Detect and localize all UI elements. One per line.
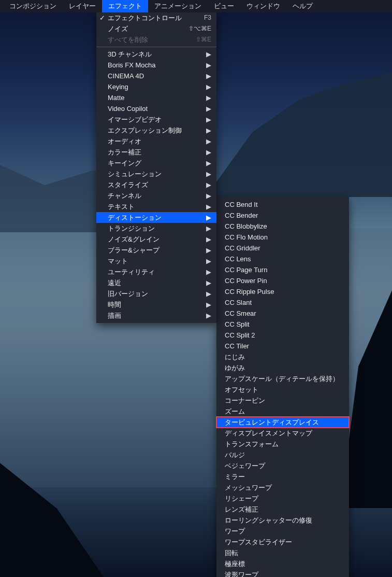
submenu-arrow-icon: ▶ <box>204 147 211 157</box>
distort-item-18[interactable]: コーナーピン <box>216 395 349 406</box>
menu-item-label: すべてを削除 <box>108 35 193 45</box>
menu-item-label: 時間 <box>108 300 204 309</box>
menu-item-label: シミュレーション <box>108 169 204 179</box>
distort-item-6[interactable]: CC Page Turn <box>216 264 349 275</box>
distort-item-22[interactable]: トランスフォーム <box>216 439 349 449</box>
menu-item-label: カラー補正 <box>108 147 204 157</box>
menu-item-label: オーディオ <box>108 136 204 146</box>
effect-cat-21[interactable]: 遠近▶ <box>96 277 216 288</box>
effect-cat-19[interactable]: マット▶ <box>96 256 216 266</box>
effect-cat-22[interactable]: 旧バージョン▶ <box>96 288 216 299</box>
submenu-arrow-icon: ▶ <box>204 256 211 266</box>
menu-item-label: ノイズ <box>108 24 185 34</box>
distort-item-19[interactable]: ズーム <box>216 406 349 417</box>
menu-0[interactable]: コンポジション <box>3 0 63 12</box>
menu-3[interactable]: アニメーション <box>148 0 208 12</box>
check-icon: ✓ <box>96 13 108 23</box>
distort-item-26[interactable]: メッシュワープ <box>216 482 349 493</box>
effect-cat-2[interactable]: CINEMA 4D▶ <box>96 71 216 81</box>
distort-item-8[interactable]: CC Ripple Pulse <box>216 286 349 297</box>
submenu-arrow-icon: ▶ <box>204 93 211 103</box>
effect-cat-7[interactable]: エクスプレッション制御▶ <box>96 125 216 136</box>
distort-item-30[interactable]: ワープ <box>216 526 349 537</box>
effect-cat-16[interactable]: トランジション▶ <box>96 223 216 234</box>
menu-item-label: トランジション <box>108 223 204 233</box>
distort-item-31[interactable]: ワープスタビライザー <box>216 537 349 547</box>
effect-cat-10[interactable]: キーイング▶ <box>96 158 216 168</box>
menu-item-shortcut: ⇧⌥⌘E <box>185 24 211 34</box>
distort-item-25[interactable]: ミラー <box>216 471 349 482</box>
distort-item-17[interactable]: オフセット <box>216 384 349 395</box>
menu-4[interactable]: ビュー <box>208 0 240 12</box>
menu-item-label: エフェクトコントロール <box>108 13 201 23</box>
submenu-arrow-icon: ▶ <box>204 169 211 179</box>
distort-item-21[interactable]: ディスプレイスメントマップ <box>216 428 349 439</box>
effect-cat-6[interactable]: イマーシブビデオ▶ <box>96 114 216 125</box>
distort-item-27[interactable]: リシェープ <box>216 493 349 504</box>
effect-cat-8[interactable]: オーディオ▶ <box>96 136 216 147</box>
distort-item-29[interactable]: ローリングシャッターの修復 <box>216 515 349 526</box>
effect-cat-14[interactable]: テキスト▶ <box>96 201 216 212</box>
menu-item-label: 遠近 <box>108 278 204 288</box>
menu-item-shortcut: F3 <box>201 13 211 23</box>
menu-2[interactable]: エフェクト <box>102 0 148 12</box>
menu-item-label: ディストーション <box>108 213 204 222</box>
effect-cat-1[interactable]: Boris FX Mocha▶ <box>96 60 216 71</box>
menu-item-label: Boris FX Mocha <box>108 60 204 70</box>
distort-item-15[interactable]: ゆがみ <box>216 362 349 373</box>
distort-item-2[interactable]: CC Blobbylize <box>216 221 349 232</box>
wallpaper-mountain-right <box>206 73 392 197</box>
effect-cat-3[interactable]: Keying▶ <box>96 81 216 92</box>
effect-cat-18[interactable]: ブラー&シャープ▶ <box>96 245 216 256</box>
distort-item-12[interactable]: CC Split 2 <box>216 330 349 341</box>
effect-top-2: すべてを削除⇧⌘E <box>96 34 216 45</box>
submenu-arrow-icon: ▶ <box>204 125 211 135</box>
effect-cat-11[interactable]: シミュレーション▶ <box>96 168 216 179</box>
distort-item-9[interactable]: CC Slant <box>216 297 349 308</box>
distort-item-24[interactable]: ベジェワープ <box>216 460 349 471</box>
effect-cat-20[interactable]: ユーティリティ▶ <box>96 266 216 277</box>
distort-item-23[interactable]: バルジ <box>216 449 349 460</box>
effect-cat-0[interactable]: 3D チャンネル▶ <box>96 49 216 60</box>
distort-item-20[interactable]: タービュレントディスプレイス <box>216 417 349 428</box>
distort-item-0[interactable]: CC Bend It <box>216 199 349 210</box>
distort-item-3[interactable]: CC Flo Motion <box>216 232 349 243</box>
menu-item-label: キーイング <box>108 158 204 168</box>
submenu-arrow-icon: ▶ <box>204 71 211 81</box>
effect-top-1[interactable]: ノイズ⇧⌥⌘E <box>96 23 216 34</box>
submenu-arrow-icon: ▶ <box>204 245 211 255</box>
distort-item-4[interactable]: CC Griddler <box>216 243 349 254</box>
submenu-arrow-icon: ▶ <box>204 311 211 320</box>
menu-6[interactable]: ヘルプ <box>286 0 319 12</box>
distort-item-11[interactable]: CC Split <box>216 319 349 330</box>
menu-item-label: ノイズ&グレイン <box>108 234 204 244</box>
distort-item-1[interactable]: CC Bender <box>216 210 349 221</box>
effect-cat-4[interactable]: Matte▶ <box>96 92 216 103</box>
menu-1[interactable]: レイヤー <box>63 0 102 12</box>
submenu-arrow-icon: ▶ <box>204 136 211 146</box>
effect-cat-24[interactable]: 描画▶ <box>96 310 216 321</box>
effect-cat-17[interactable]: ノイズ&グレイン▶ <box>96 234 216 245</box>
distort-item-10[interactable]: CC Smear <box>216 308 349 319</box>
distort-item-34[interactable]: 波形ワープ <box>216 569 349 577</box>
menu-5[interactable]: ウィンドウ <box>240 0 286 12</box>
distort-item-33[interactable]: 極座標 <box>216 558 349 569</box>
distort-item-7[interactable]: CC Power Pin <box>216 275 349 286</box>
distort-item-32[interactable]: 回転 <box>216 547 349 558</box>
effect-top-0[interactable]: ✓エフェクトコントロールF3 <box>96 12 216 23</box>
submenu-arrow-icon: ▶ <box>204 82 211 92</box>
distort-item-28[interactable]: レンズ補正 <box>216 504 349 515</box>
submenu-arrow-icon: ▶ <box>204 49 211 59</box>
distort-item-16[interactable]: アップスケール（ディテールを保持） <box>216 373 349 384</box>
submenu-arrow-icon: ▶ <box>204 234 211 244</box>
submenu-arrow-icon: ▶ <box>204 278 211 288</box>
effect-cat-12[interactable]: スタイライズ▶ <box>96 179 216 190</box>
distort-item-13[interactable]: CC Tiler <box>216 341 349 351</box>
effect-cat-5[interactable]: Video Copilot▶ <box>96 103 216 114</box>
distort-item-14[interactable]: にじみ <box>216 351 349 362</box>
effect-cat-9[interactable]: カラー補正▶ <box>96 147 216 158</box>
effect-cat-13[interactable]: チャンネル▶ <box>96 190 216 201</box>
effect-cat-15[interactable]: ディストーション▶ <box>96 212 216 223</box>
distort-item-5[interactable]: CC Lens <box>216 254 349 264</box>
effect-cat-23[interactable]: 時間▶ <box>96 299 216 310</box>
